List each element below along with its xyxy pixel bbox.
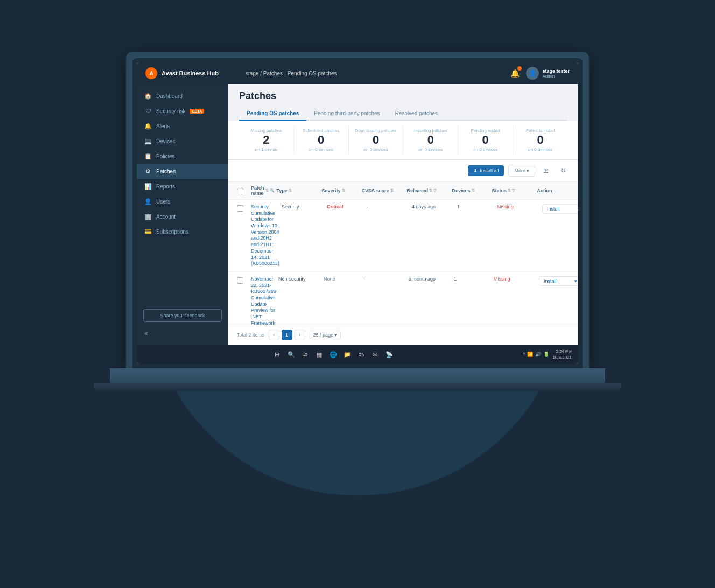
screen-content: A Avast Business Hub stage / Patches - P… [137, 62, 578, 364]
taskbar-start: ⊞ 🔍 🗂 ▦ 🌐 📁 🛍 ✉ 📡 [143, 349, 523, 359]
sidebar-item-security-risk[interactable]: 🛡 Security risk BETA [137, 103, 228, 118]
per-page-selector[interactable]: 25 / page ▾ [310, 331, 341, 339]
stat-label: Scheduled patches [298, 128, 344, 133]
filter-icon[interactable]: 🔍 [270, 188, 275, 193]
taskbar-right: ^ 📶 🔊 🔋 5:24 PM 10/8/2021 [523, 348, 572, 360]
column-settings-icon[interactable]: ⊞ [539, 164, 552, 177]
action-cell: Install ▾ [539, 276, 578, 286]
patch-name-cell[interactable]: November 22, 2021-KB5007289 Cumulative U… [251, 276, 276, 325]
stat-sublabel: on 0 devices [517, 147, 563, 152]
sidebar-item-label: Dashboard [156, 93, 183, 99]
filter-icon[interactable]: ▽ [433, 188, 436, 193]
sidebar-item-label: Policies [156, 153, 174, 159]
stat-downloading: Downloading patches 0 on 0 devices [349, 126, 404, 154]
browser-icon[interactable]: 🌐 [328, 349, 338, 359]
sort-icon[interactable]: ⇅ [342, 188, 345, 193]
more-button[interactable]: More ▾ [508, 165, 535, 177]
sort-icon[interactable]: ⇅ [289, 188, 292, 193]
row-checkbox[interactable] [237, 204, 249, 212]
sidebar-item-dashboard[interactable]: 🏠 Dashboard [137, 88, 228, 103]
filter-icon[interactable]: ▽ [512, 188, 515, 193]
sidebar-item-patches[interactable]: ⚙ Patches [137, 164, 228, 179]
devices-cell: 1 [457, 204, 495, 209]
sidebar-item-devices[interactable]: 💻 Devices [137, 134, 228, 149]
patch-name-cell[interactable]: Security Cumulative Update for Windows 1… [251, 204, 279, 267]
select-all-checkbox[interactable] [237, 188, 243, 194]
status-cell: Missing [494, 276, 537, 282]
widgets-icon[interactable]: ▦ [314, 349, 324, 359]
sidebar-item-reports[interactable]: 📊 Reports [137, 179, 228, 194]
user-role: Admin [542, 74, 570, 79]
stat-label: Missing patches [243, 128, 289, 133]
tab-pending-third-party[interactable]: Pending third-party patches [306, 107, 387, 121]
patches-icon: ⚙ [144, 167, 152, 175]
laptop-screen-area: A Avast Business Hub stage / Patches - P… [126, 52, 589, 368]
store-icon[interactable]: 🛍 [356, 349, 366, 359]
volume-icon: 🔊 [535, 352, 541, 357]
sidebar-item-account[interactable]: 🏢 Account [137, 209, 228, 224]
sort-icon[interactable]: ⇅ [429, 188, 432, 193]
collapse-sidebar-button[interactable]: « [137, 326, 228, 340]
sort-icon[interactable]: ⇅ [265, 188, 269, 193]
stat-failed: Failed to install 0 on 0 devices [513, 126, 567, 154]
sidebar-item-label: Patches [156, 169, 176, 174]
alerts-icon: 🔔 [144, 122, 152, 130]
chevron-up-icon[interactable]: ^ [523, 352, 525, 357]
breadcrumb: stage / Patches - Pending OS patches [237, 71, 509, 76]
install-button[interactable]: Install ▾ [539, 276, 578, 286]
battery-icon: 🔋 [543, 352, 549, 357]
stats-row: Missing patches 2 on 1 device Scheduled … [228, 121, 578, 160]
stat-value: 0 [298, 134, 344, 146]
row-select-checkbox[interactable] [237, 205, 243, 212]
notification-bell-icon[interactable]: 🔔 7 [509, 67, 521, 79]
folder-icon[interactable]: 📁 [342, 349, 352, 359]
sidebar-item-users[interactable]: 👤 Users [137, 194, 228, 209]
top-bar: A Avast Business Hub stage / Patches - P… [137, 62, 578, 84]
main-content: Patches Pending OS patches Pending third… [228, 84, 578, 345]
stat-installing: Installing patches 0 on 0 devices [403, 126, 458, 154]
next-page-button[interactable]: › [295, 330, 305, 340]
beta-badge: BETA [190, 109, 204, 114]
mail-icon[interactable]: ✉ [370, 349, 380, 359]
user-avatar: 👤 [526, 67, 539, 80]
system-tray: ^ 📶 🔊 🔋 [523, 352, 549, 357]
file-explorer-icon[interactable]: 🗂 [300, 349, 310, 359]
tab-resolved[interactable]: Resolved patches [388, 107, 446, 121]
sidebar-item-subscriptions[interactable]: 💳 Subscriptions [137, 224, 228, 239]
sort-icon[interactable]: ⇅ [390, 188, 394, 193]
tab-pending-os[interactable]: Pending OS patches [239, 107, 306, 121]
stat-sublabel: on 0 devices [298, 147, 344, 152]
feedback-button[interactable]: Share your feedback [143, 309, 222, 322]
sidebar-item-alerts[interactable]: 🔔 Alerts [137, 118, 228, 134]
main-layout: 🏠 Dashboard 🛡 Security risk BETA 🔔 Alert… [137, 84, 578, 345]
severity-cell: None [324, 276, 361, 282]
avast-taskbar-icon[interactable]: 📡 [384, 349, 394, 359]
page-number-button[interactable]: 1 [282, 330, 292, 340]
refresh-icon[interactable]: ↻ [557, 164, 570, 177]
account-icon: 🏢 [144, 213, 152, 220]
stat-label: Pending restart [462, 128, 508, 133]
install-button[interactable]: Install ▾ [542, 204, 578, 214]
stat-label: Installing patches [408, 128, 453, 133]
prev-page-button[interactable]: ‹ [269, 330, 279, 340]
sort-icon[interactable]: ⇅ [508, 188, 511, 193]
sidebar-item-label: Reports [156, 184, 175, 190]
clock: 5:24 PM 10/8/2021 [552, 348, 572, 360]
page-header: Patches Pending OS patches Pending third… [228, 84, 578, 121]
logo-area: A Avast Business Hub [145, 67, 237, 79]
laptop-wrapper: A Avast Business Hub stage / Patches - P… [61, 52, 654, 536]
user-info: 👤 stage tester Admin [526, 67, 570, 80]
stat-missing-patches: Missing patches 2 on 1 device [239, 126, 294, 154]
row-checkbox[interactable] [237, 276, 249, 284]
th-released: Released ⇅ ▽ [407, 185, 450, 196]
sidebar-item-label: Users [156, 199, 170, 205]
sidebar-item-label: Security risk [156, 108, 185, 114]
row-select-checkbox[interactable] [237, 277, 243, 284]
start-menu-icon[interactable]: ⊞ [272, 349, 282, 359]
search-taskbar-icon[interactable]: 🔍 [286, 349, 296, 359]
sidebar-item-policies[interactable]: 📋 Policies [137, 149, 228, 164]
install-all-button[interactable]: ⬇ Install all [468, 165, 504, 176]
sort-icon[interactable]: ⇅ [472, 188, 475, 193]
action-cell: Install ▾ [542, 204, 578, 214]
stat-pending-restart: Pending restart 0 on 0 devices [458, 126, 513, 154]
